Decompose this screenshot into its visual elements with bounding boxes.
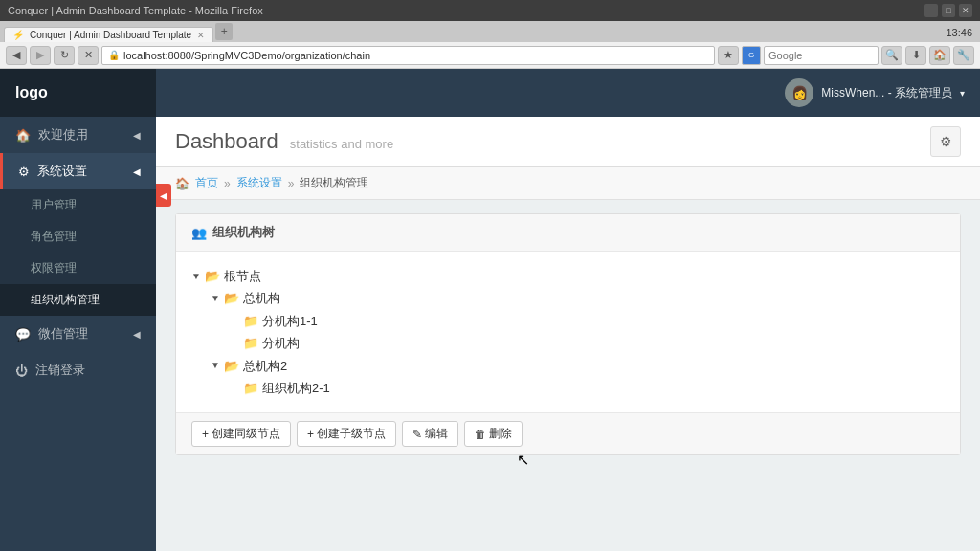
tree-label-org2: 总机构2: [243, 355, 287, 377]
tree-icon-org2: 📂: [224, 355, 239, 377]
card-header-icon: 👥: [191, 226, 207, 240]
browser-window-controls: ─ □ ✕: [924, 4, 972, 17]
tab-title: Conquer | Admin Dashboard Template: [30, 30, 191, 40]
tree-label-branch1: 分机构1-1: [262, 310, 318, 332]
breadcrumb-home-link[interactable]: 首页: [195, 175, 218, 191]
sidebar-item-system-label: 系统设置: [37, 163, 87, 180]
tab-close-icon[interactable]: ✕: [197, 31, 205, 40]
tree-label-root: 根节点: [224, 265, 261, 287]
content-header: Dashboard statistics and more ⚙: [156, 117, 980, 167]
breadcrumb-sep2: »: [288, 177, 295, 190]
tab-favicon: ⚡: [12, 30, 24, 40]
tree-label-branch2: 分机构: [262, 332, 300, 354]
tree-icon-root: 📂: [205, 265, 220, 287]
sidebar-item-wechat-label: 微信管理: [38, 325, 88, 342]
sidebar-nav: 🏠 欢迎使用 ◀ ⚙ 系统设置 ◀ 用户管理 角色管理 权限管理: [0, 117, 156, 551]
welcome-arrow-icon: ◀: [133, 130, 141, 141]
top-header: 👩 MissWhen... - 系统管理员 ▾: [156, 69, 980, 117]
url-lock-icon: 🔒: [108, 50, 120, 60]
user-dropdown-icon[interactable]: ▾: [960, 88, 965, 99]
browser-search-input[interactable]: [764, 46, 879, 65]
sidebar-toggle-button[interactable]: ◀: [156, 184, 171, 207]
sidebar-item-welcome-label: 欢迎使用: [38, 126, 88, 143]
breadcrumb-home-icon: 🏠: [175, 177, 189, 190]
wechat-icon: 💬: [15, 327, 31, 342]
tree-node-org2[interactable]: ▼ 📂 总机构2: [211, 355, 945, 377]
breadcrumb-level1-link[interactable]: 系统设置: [236, 175, 282, 191]
tree-node-branch1[interactable]: 📁 分机构1-1: [230, 310, 945, 332]
delete-label: 删除: [489, 426, 512, 442]
breadcrumb-sep1: »: [224, 177, 231, 190]
sidebar-submenu-item-permission[interactable]: 权限管理: [0, 253, 156, 284]
bookmark-button[interactable]: ★: [718, 46, 739, 65]
add-child-label: 创建子级节点: [317, 426, 386, 442]
card-body: ▼ 📂 根节点 ▼ 📂 总机构: [176, 252, 960, 412]
tree-node-branch2[interactable]: 📁 分机构: [230, 332, 945, 354]
sidebar-item-system[interactable]: ⚙ 系统设置 ◀: [0, 153, 156, 189]
url-text: localhost:8080/SpringMVC3Demo/organizati…: [123, 50, 370, 61]
logo-text: logo: [15, 84, 48, 101]
card-footer: + 创建同级节点 + 创建子级节点 ✎ 编辑 🗑 删除: [176, 412, 960, 454]
edit-button[interactable]: ✎ 编辑: [402, 421, 458, 447]
permission-mgmt-label: 权限管理: [31, 260, 77, 276]
tree-toggle-root: ▼: [191, 268, 201, 285]
minimize-icon[interactable]: ─: [924, 4, 938, 17]
tools-button[interactable]: 🔧: [953, 46, 974, 65]
close-icon[interactable]: ✕: [959, 4, 972, 17]
settings-button[interactable]: ⚙: [930, 126, 961, 157]
delete-button[interactable]: 🗑 删除: [464, 421, 523, 447]
add-sibling-button[interactable]: + 创建同级节点: [191, 421, 291, 447]
browser-tab[interactable]: ⚡ Conquer | Admin Dashboard Template ✕: [4, 27, 213, 42]
org-mgmt-label: 组织机构管理: [31, 292, 100, 308]
edit-label: 编辑: [425, 426, 448, 442]
logout-icon: ⏻: [15, 364, 28, 378]
clock: 13:46: [946, 27, 972, 38]
tree-icon-branch1: 📁: [243, 310, 258, 332]
tree-node-org1[interactable]: ▼ 📂 总机构: [211, 287, 945, 309]
url-bar[interactable]: 🔒 localhost:8080/SpringMVC3Demo/organiza…: [101, 46, 715, 65]
user-mgmt-label: 用户管理: [31, 197, 77, 213]
search-flag: G: [742, 46, 761, 65]
tree-icon-branch2: 📁: [243, 332, 258, 354]
sidebar: logo ◀ 🏠 欢迎使用 ◀ ⚙ 系统设置 ◀ 用户管理: [0, 69, 156, 551]
download-button[interactable]: ⬇: [905, 46, 926, 65]
reload-button[interactable]: ↻: [54, 46, 75, 65]
card-header: 👥 组织机构树: [176, 214, 960, 252]
sidebar-submenu-item-org[interactable]: 组织机构管理: [0, 284, 156, 316]
stop-button[interactable]: ✕: [78, 46, 99, 65]
breadcrumb-current: 组织机构管理: [300, 175, 368, 191]
page-title: Dashboard statistics and more: [175, 129, 393, 153]
tree-node-org2-child1[interactable]: 📁 组织机构2-1: [230, 377, 945, 399]
home-button[interactable]: 🏠: [929, 46, 950, 65]
tree-toggle-org1: ▼: [211, 290, 220, 307]
tree-icon-org1: 📂: [224, 287, 239, 309]
avatar: 👩: [785, 78, 813, 107]
search-go-button[interactable]: 🔍: [881, 46, 902, 65]
sidebar-item-welcome[interactable]: 🏠 欢迎使用 ◀: [0, 117, 156, 153]
new-tab-button[interactable]: +: [215, 23, 233, 40]
edit-icon: ✎: [412, 428, 422, 441]
tree-root-node[interactable]: ▼ 📂 根节点: [191, 265, 945, 287]
system-icon: ⚙: [18, 165, 30, 179]
browser-title: Conquer | Admin Dashboard Template - Moz…: [8, 5, 263, 16]
sidebar-item-wechat[interactable]: 💬 微信管理 ◀: [0, 316, 156, 352]
sidebar-submenu-item-role[interactable]: 角色管理: [0, 221, 156, 253]
sidebar-logo: logo: [0, 69, 156, 117]
page-title-area: Dashboard statistics and more: [175, 129, 393, 154]
forward-button[interactable]: ▶: [30, 46, 51, 65]
add-child-button[interactable]: + 创建子级节点: [297, 421, 396, 447]
browser-tab-bar: ⚡ Conquer | Admin Dashboard Template ✕ +…: [0, 21, 980, 42]
org-tree: ▼ 📂 根节点 ▼ 📂 总机构: [191, 265, 945, 399]
role-mgmt-label: 角色管理: [31, 229, 77, 245]
tree-label-org1: 总机构: [243, 287, 280, 309]
delete-icon: 🗑: [475, 428, 486, 441]
sidebar-submenu-item-user[interactable]: 用户管理: [0, 189, 156, 221]
browser-toolbar: ◀ ▶ ↻ ✕ 🔒 localhost:8080/SpringMVC3Demo/…: [0, 42, 980, 69]
maximize-icon[interactable]: □: [942, 4, 955, 17]
user-name: MissWhen... - 系统管理员: [821, 85, 952, 101]
org-tree-card: 👥 组织机构树 ▼ 📂 根节点: [175, 213, 961, 455]
back-button[interactable]: ◀: [6, 46, 27, 65]
sidebar-item-logout[interactable]: ⏻ 注销登录: [0, 352, 156, 388]
tree-toggle-org2: ▼: [211, 357, 220, 374]
tree-icon-org2-child1: 📁: [243, 377, 258, 399]
